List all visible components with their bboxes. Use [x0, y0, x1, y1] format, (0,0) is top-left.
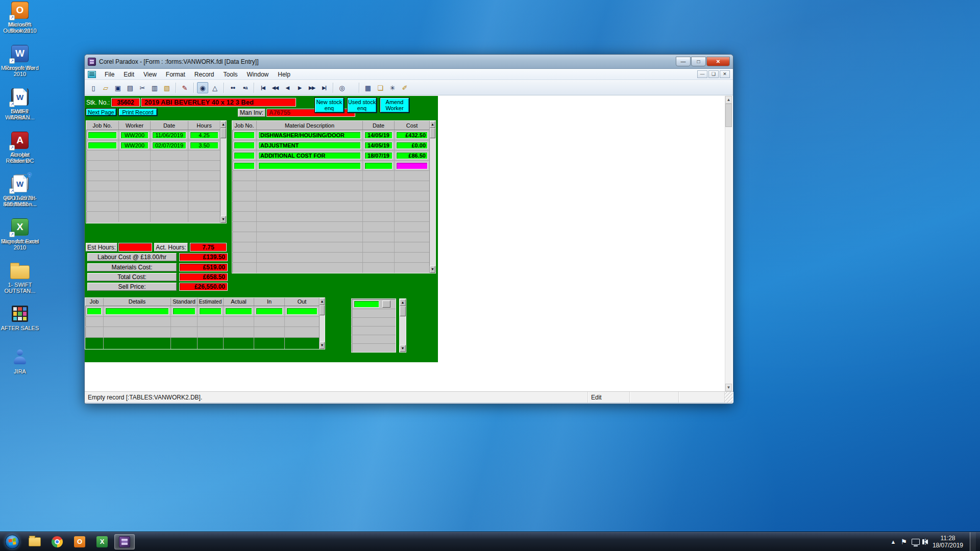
menu-record[interactable]: Record	[190, 70, 219, 79]
show-hidden-icons-button[interactable]: ▲	[890, 539, 896, 545]
new-icon[interactable]: ▯	[88, 82, 99, 93]
print-icon[interactable]: ▤	[125, 82, 136, 93]
first-record-icon[interactable]: |◀	[257, 82, 268, 93]
quick-report-icon[interactable]: △	[209, 82, 220, 93]
prior-set-icon[interactable]: ◀◀	[270, 82, 281, 93]
cost-cell[interactable]	[396, 162, 428, 169]
material-desc-cell[interactable]: ADDITIONAL COST FOR	[258, 152, 361, 159]
menu-format[interactable]: Format	[161, 70, 190, 79]
job-no-cell[interactable]	[234, 142, 255, 149]
scrollbar-thumb[interactable]	[320, 305, 325, 315]
save-icon[interactable]: ▣	[112, 82, 124, 93]
desktop-icon-excel[interactable]: X↗ Microsoft Excel 2010	[0, 217, 40, 260]
scrollbar-thumb[interactable]	[400, 306, 406, 316]
ellipsis-button[interactable]	[382, 300, 390, 308]
used-stock-enq-button[interactable]: Used stock enq	[347, 97, 377, 113]
design-form-icon[interactable]: ✎	[179, 82, 190, 93]
minimize-button[interactable]: —	[676, 57, 691, 66]
hours-cell[interactable]: 3.50	[190, 142, 218, 149]
stk-no-field[interactable]: 35602	[111, 98, 140, 107]
standard-cell[interactable]	[173, 308, 195, 315]
scroll-up-icon[interactable]: ▲	[220, 121, 226, 128]
job-no-cell[interactable]	[234, 132, 255, 139]
scroll-up-icon[interactable]: ▲	[400, 299, 406, 306]
est-hours-field[interactable]	[118, 243, 152, 252]
taskbar-excel-button[interactable]: X	[92, 534, 112, 549]
date-cell[interactable]: 02/07/2019	[152, 142, 186, 149]
labour-table-scrollbar[interactable]: ▲ ▼	[220, 121, 226, 223]
mdi-close-button[interactable]: ✕	[720, 70, 730, 78]
next-set-icon[interactable]: ▶▶	[306, 82, 317, 93]
desktop-icon-word[interactable]: W↗ Microsoft Word 2010	[0, 43, 40, 87]
actual-cell[interactable]	[225, 308, 252, 315]
mdi-document-icon[interactable]	[88, 71, 96, 78]
print-record-button[interactable]: Print Record	[118, 108, 157, 116]
scroll-down-icon[interactable]: ▼	[400, 345, 406, 352]
materials-cost-field[interactable]: £519.00	[179, 263, 228, 271]
labour-cost-field[interactable]: £139.50	[179, 253, 228, 261]
side-entry-cell[interactable]	[354, 300, 379, 308]
scrollbar-thumb[interactable]	[725, 104, 732, 127]
date-cell[interactable]: 14/05/19	[364, 142, 393, 149]
tray-clock[interactable]: 11:28 18/07/2019	[933, 535, 963, 549]
worker-cell[interactable]: WW200	[120, 132, 149, 139]
copy-page-icon[interactable]: ❏	[375, 82, 386, 93]
desktop-icon-swift-folder[interactable]: 1- SWIFT OUTSTAN...	[0, 260, 40, 304]
mdi-restore-button[interactable]: ❏	[708, 70, 719, 78]
mdi-minimize-button[interactable]: —	[697, 70, 707, 78]
scroll-up-icon[interactable]: ▲	[320, 298, 325, 305]
taskbar-paradox-button[interactable]	[114, 534, 135, 549]
details-cell[interactable]	[105, 308, 169, 315]
new-stock-enq-button[interactable]: New stock enq	[314, 97, 344, 113]
desktop-icon-outlook[interactable]: O↗ Microsoft Outlook 2010	[0, 0, 40, 43]
copy-icon[interactable]: ▥	[149, 82, 160, 93]
next-record-icon[interactable]: ▶	[294, 82, 305, 93]
maximize-button[interactable]: □	[691, 57, 706, 66]
cost-cell[interactable]: £432.50	[396, 132, 428, 139]
volume-icon[interactable]	[924, 539, 928, 544]
next-page-button[interactable]: Next Page	[86, 108, 116, 116]
scroll-down-icon[interactable]: ▼	[725, 384, 732, 391]
cost-cell[interactable]: £86.50	[396, 152, 428, 159]
taskbar-explorer-button[interactable]	[24, 534, 45, 549]
find-replace-icon[interactable]: ●a	[239, 82, 251, 93]
menu-help[interactable]: Help	[273, 70, 295, 79]
material-desc-cell[interactable]: DISHWASHER/HOUSING/DOOR	[258, 132, 361, 139]
date-cell[interactable]	[364, 162, 393, 169]
network-icon[interactable]	[912, 539, 920, 545]
estimated-cell[interactable]	[199, 308, 222, 315]
scroll-down-icon[interactable]: ▼	[430, 266, 435, 273]
data-model-icon[interactable]: ✳	[387, 82, 398, 93]
open-icon[interactable]: ▱	[100, 82, 111, 93]
quick-form-icon[interactable]: ◉	[197, 82, 208, 93]
act-hours-field[interactable]: 7.75	[190, 243, 227, 252]
last-record-icon[interactable]: ▶|	[318, 82, 330, 93]
prior-record-icon[interactable]: ◀	[282, 82, 293, 93]
material-desc-cell[interactable]: ADJUSTMENT	[258, 142, 361, 149]
menu-file[interactable]: File	[100, 70, 119, 79]
sell-price-field[interactable]: £26,550.00	[179, 283, 228, 291]
taskbar-chrome-button[interactable]	[47, 534, 67, 549]
scrollbar-thumb[interactable]	[220, 128, 226, 138]
cut-icon[interactable]: ✂	[137, 82, 148, 93]
date-cell[interactable]: 14/05/19	[364, 132, 393, 139]
table-view-icon[interactable]: ▦	[362, 82, 374, 93]
job-no-cell[interactable]	[88, 142, 117, 149]
job-no-cell[interactable]	[234, 152, 255, 159]
job-cell[interactable]	[87, 308, 102, 315]
hours-cell[interactable]: 4.25	[190, 132, 218, 139]
menu-window[interactable]: Window	[242, 70, 274, 79]
jobs-table-scrollbar[interactable]: ▲ ▼	[319, 298, 325, 349]
find-icon[interactable]: ●●	[227, 82, 238, 93]
desktop-icon-after-sales[interactable]: AFTER SALES	[0, 304, 40, 347]
resize-grip[interactable]	[725, 392, 733, 403]
action-center-flag-icon[interactable]: ⚑	[900, 538, 907, 546]
paste-icon[interactable]: ▧	[161, 82, 173, 93]
scrollbar-thumb[interactable]	[430, 128, 435, 138]
date-cell[interactable]: 18/07/19	[364, 152, 393, 159]
taskbar-outlook-button[interactable]: O	[69, 534, 90, 549]
titlebar[interactable]: Corel Paradox - [Form : :forms:VANWORK.f…	[85, 55, 733, 69]
job-no-cell[interactable]	[234, 162, 255, 169]
worker-cell[interactable]: WW200	[120, 142, 149, 149]
unit-description-field[interactable]: 2019 ABI BEVERLEY 40 x 12 3 Bed	[141, 98, 296, 107]
